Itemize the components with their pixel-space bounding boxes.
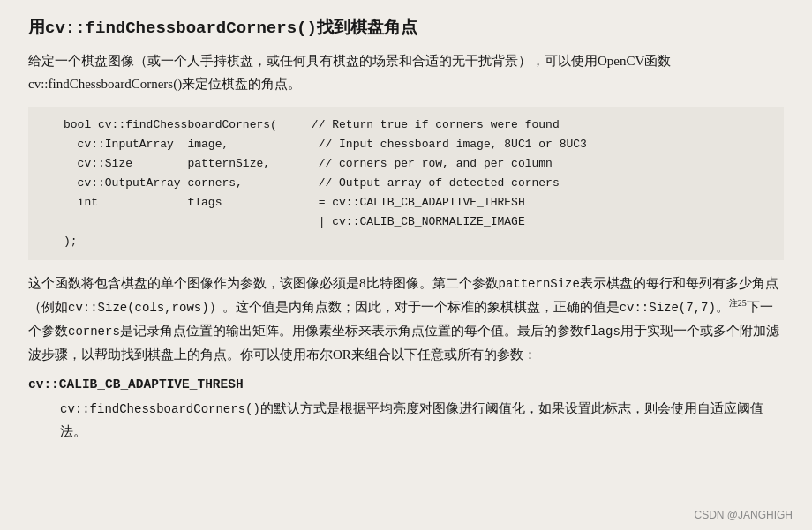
body-text-1-content: 这个函数将包含棋盘的单个图像作为参数，该图像必须是8比特图像。第二个参数patt…: [28, 276, 779, 362]
body-text-1: 这个函数将包含棋盘的单个图像作为参数，该图像必须是8比特图像。第二个参数patt…: [28, 272, 784, 366]
footnote-sup: 注25: [729, 298, 747, 308]
title-prefix: 用: [28, 18, 45, 36]
intro-text: 给定一个棋盘图像（或一个人手持棋盘，或任何具有棋盘的场景和合适的无干扰背景），可…: [28, 49, 784, 96]
section-heading: cv::CALIB_CB_ADAPTIVE_THRESH: [28, 377, 784, 392]
page-title: 用cv::findChessboardCorners()找到棋盘角点: [28, 16, 784, 39]
page: 用cv::findChessboardCorners()找到棋盘角点 给定一个棋…: [0, 0, 812, 530]
section-body: cv::findChessboardCorners()的默认方式是根据平均亮度对…: [28, 397, 784, 444]
title-code: cv::findChessboardCorners(): [45, 19, 317, 38]
watermark: CSDN @JANGHIGH: [694, 509, 793, 521]
code-block: bool cv::findChessboardCorners( // Retur…: [28, 107, 784, 261]
section-body-code: cv::findChessboardCorners(): [60, 402, 260, 416]
title-suffix: 找到棋盘角点: [317, 18, 417, 36]
